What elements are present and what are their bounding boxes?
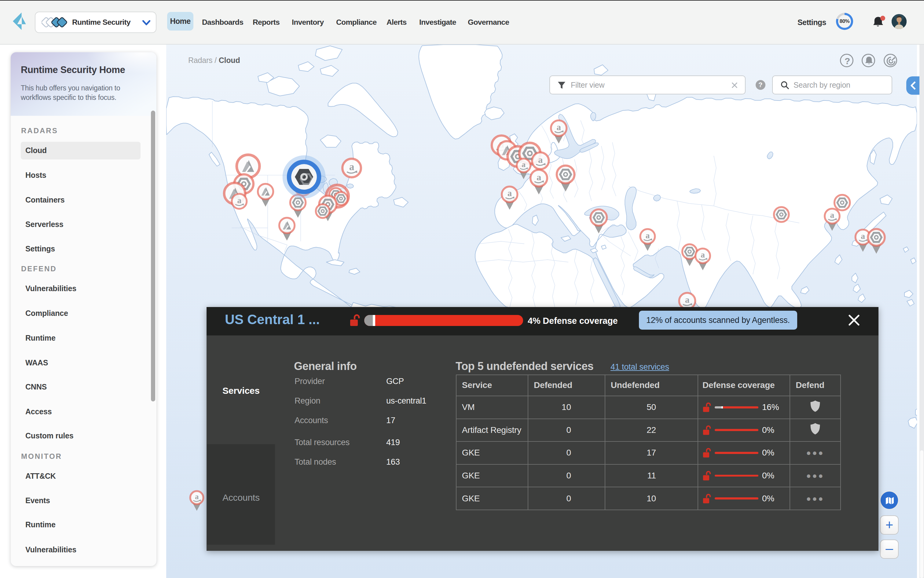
svg-text:a: a [237, 196, 241, 205]
svg-text:a: a [538, 154, 543, 165]
svg-text:a: a [195, 492, 199, 501]
svg-text:a: a [685, 295, 690, 305]
svg-text:a: a [349, 161, 354, 172]
svg-text:a: a [508, 188, 512, 198]
svg-text:a: a [646, 231, 650, 240]
svg-text:a: a [521, 160, 526, 169]
svg-text:a: a [861, 232, 865, 241]
svg-text:a: a [557, 122, 561, 132]
svg-text:?: ? [844, 56, 850, 66]
svg-text:a: a [701, 250, 705, 259]
svg-text:a: a [830, 211, 835, 220]
svg-text:a: a [537, 172, 541, 182]
